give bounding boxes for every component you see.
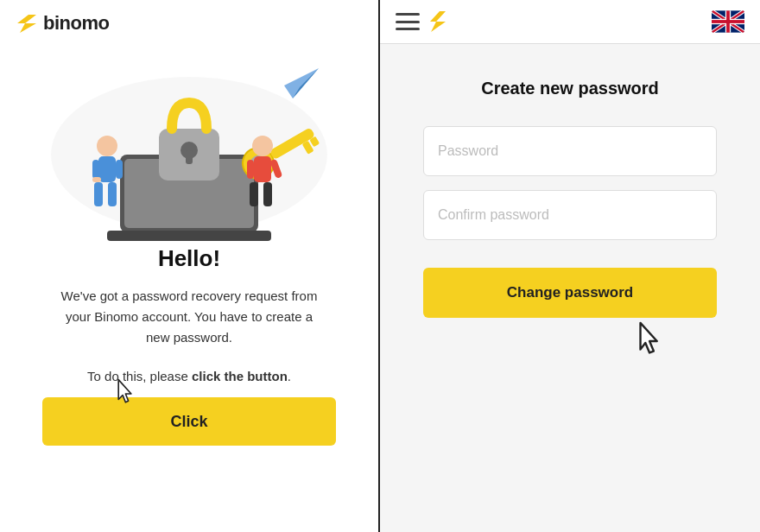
cta-after: . (288, 369, 291, 383)
svg-rect-35 (726, 10, 730, 32)
hamburger-line-2 (396, 21, 420, 23)
cta-text: To do this, please click the button. (87, 369, 291, 383)
page-title: Create new password (481, 79, 659, 98)
lock-illustration (25, 51, 353, 241)
svg-rect-17 (92, 160, 99, 179)
svg-marker-26 (430, 11, 446, 32)
svg-rect-15 (94, 182, 103, 206)
svg-point-20 (252, 136, 273, 156)
confirm-password-input[interactable] (423, 190, 717, 240)
confirm-password-field-container (423, 190, 717, 240)
svg-rect-18 (116, 160, 123, 179)
hamburger-menu[interactable] (396, 13, 420, 30)
svg-marker-0 (17, 15, 36, 33)
svg-rect-22 (250, 182, 258, 206)
hamburger-line-1 (396, 13, 420, 16)
left-panel: binomo (0, 0, 380, 532)
svg-rect-19 (92, 177, 101, 182)
change-password-button[interactable]: Change password (423, 268, 717, 318)
right-content: Create new password Change password (380, 44, 760, 532)
svg-rect-7 (186, 150, 193, 164)
svg-rect-21 (254, 156, 271, 182)
svg-rect-25 (247, 160, 254, 179)
right-panel: Create new password Change password (380, 0, 760, 532)
password-field-container (423, 126, 717, 176)
binomo-logo-icon (17, 14, 36, 33)
hamburger-line-3 (396, 28, 420, 30)
click-button[interactable]: Click (42, 397, 336, 446)
hello-heading: Hello! (158, 245, 220, 272)
illustration-area (0, 47, 378, 245)
logo-bar: binomo (0, 0, 378, 47)
svg-rect-14 (98, 156, 116, 182)
svg-rect-16 (108, 182, 117, 206)
svg-rect-23 (263, 182, 272, 206)
cursor-icon-right (633, 321, 669, 363)
svg-rect-4 (107, 231, 271, 241)
svg-point-13 (97, 136, 117, 156)
language-flag[interactable] (712, 10, 744, 33)
logo-text: binomo (43, 12, 109, 35)
cta-before: To do this, please (87, 369, 192, 383)
password-input[interactable] (423, 126, 717, 176)
bolt-icon (430, 11, 446, 32)
cta-bold: click the button (192, 369, 288, 383)
right-header (380, 0, 760, 44)
description-text: We've got a password recovery request fr… (60, 286, 319, 348)
